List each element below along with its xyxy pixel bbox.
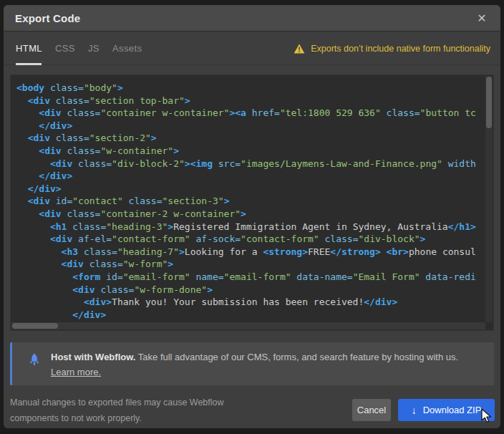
code-line: </div> xyxy=(16,120,486,132)
code-line: <div af-el="contact-form" af-sock="conta… xyxy=(16,233,486,246)
host-banner: Host with Webflow. Take full advantage o… xyxy=(10,342,494,385)
tab-css[interactable]: CSS xyxy=(55,43,75,54)
close-button[interactable]: ✕ xyxy=(470,5,493,31)
tab-assets[interactable]: Assets xyxy=(112,43,142,54)
active-tab-underline xyxy=(16,63,42,65)
code-line: </div> xyxy=(16,183,486,196)
code-content: <body class="body"> <div class="section … xyxy=(11,75,486,323)
code-line: <div class="container w-container"><a hr… xyxy=(16,107,486,120)
code-line: </div> xyxy=(16,170,486,183)
dialog-titlebar: Export Code ✕ xyxy=(4,5,500,32)
code-line: <h1 class="heading-3">Registered Immigra… xyxy=(16,221,486,233)
code-line: <div class="container-2 w-container"> xyxy=(16,208,486,221)
export-code-dialog: Export Code ✕ HTML CSS JS Assets Exports… xyxy=(4,5,500,428)
code-line: <form id="email-form" name="email-form" … xyxy=(16,271,486,284)
warning-text: Exports don’t include native form functi… xyxy=(311,44,490,54)
code-line: <div class="w-form"> xyxy=(16,258,486,271)
footer-note: Manual changes to exported files may cau… xyxy=(10,395,253,426)
warning-triangle-icon xyxy=(294,44,305,54)
download-zip-button[interactable]: ↓ Download ZIP xyxy=(398,399,495,421)
tab-bar: HTML CSS JS Assets Exports don’t include… xyxy=(4,32,500,65)
code-line: <div class="w-form-done"> xyxy=(16,284,486,296)
code-line: <body class="body"> xyxy=(16,82,486,95)
vertical-scrollbar[interactable] xyxy=(485,76,493,322)
vertical-scrollbar-thumb[interactable] xyxy=(486,77,492,128)
code-viewer[interactable]: <body class="body"> <div class="section … xyxy=(10,74,494,331)
cancel-button[interactable]: Cancel xyxy=(352,399,391,421)
code-line: <div class="section top-bar"> xyxy=(16,95,486,107)
code-line: <div id="contact" class="section-3"> xyxy=(16,195,486,208)
form-warning: Exports don’t include native form functi… xyxy=(294,32,490,65)
code-line: <h3 class="heading-7">Looking for a <str… xyxy=(16,246,486,259)
host-banner-bold: Host with Webflow. xyxy=(51,352,135,362)
download-arrow-icon: ↓ xyxy=(412,405,417,415)
dialog-title: Export Code xyxy=(15,12,80,24)
footer-note-line1: Manual changes to exported files may cau… xyxy=(10,397,224,408)
rocket-icon xyxy=(26,352,42,368)
horizontal-scrollbar[interactable] xyxy=(11,322,485,329)
learn-more-link[interactable]: Learn more. xyxy=(51,367,101,377)
cancel-button-label: Cancel xyxy=(357,405,386,415)
code-line: <div class="section-2"> xyxy=(16,132,486,145)
tab-html[interactable]: HTML xyxy=(16,43,42,54)
code-line: <div class="div-block-2"><img src="image… xyxy=(16,158,486,170)
download-zip-label: Download ZIP xyxy=(423,405,482,415)
footer-note-line2: components to not work properly. xyxy=(10,413,142,423)
horizontal-scrollbar-thumb[interactable] xyxy=(12,323,58,329)
code-line: </div> xyxy=(16,309,486,322)
code-line: <div class="w-container"> xyxy=(16,145,486,158)
tab-js[interactable]: JS xyxy=(88,43,100,54)
host-banner-body: Take full advantage of our CMS, forms, a… xyxy=(135,352,458,362)
close-icon: ✕ xyxy=(477,11,486,25)
code-line: <div>Thank you! Your submission has been… xyxy=(16,296,486,309)
host-banner-text: Host with Webflow. Take full advantage o… xyxy=(51,349,483,380)
